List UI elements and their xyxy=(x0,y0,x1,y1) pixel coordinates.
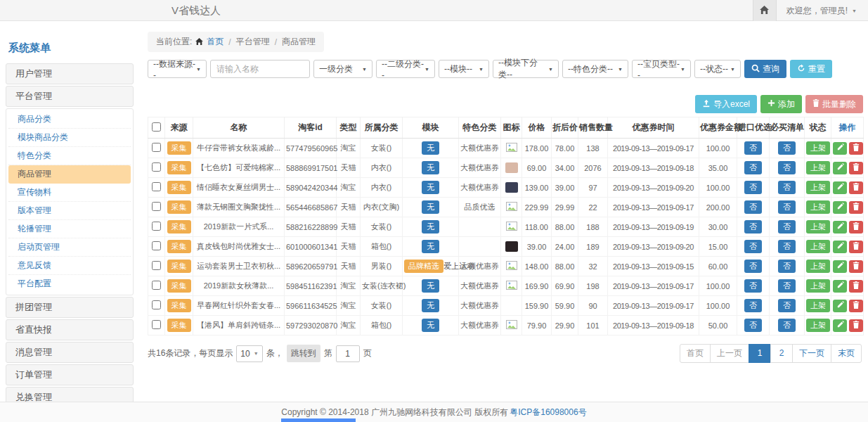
row-checkbox[interactable] xyxy=(152,261,161,270)
breadcrumb-item[interactable]: 平台管理 xyxy=(236,36,270,48)
import-toggle-button[interactable]: 否 xyxy=(744,220,762,234)
status-button[interactable]: 上架 xyxy=(806,161,830,174)
filter-module-sub-select[interactable]: --模块下分类--▼ xyxy=(493,60,559,78)
sidebar-menu-item[interactable]: 意见反馈 xyxy=(8,257,131,275)
import-toggle-button[interactable]: 否 xyxy=(744,260,762,273)
sidebar-menu-item[interactable]: 启动页管理 xyxy=(8,238,131,257)
page-number-input[interactable] xyxy=(336,345,360,362)
must-buy-toggle-button[interactable]: 否 xyxy=(778,220,796,234)
status-button[interactable]: 上架 xyxy=(806,181,830,194)
must-buy-toggle-button[interactable]: 否 xyxy=(778,260,796,273)
row-checkbox[interactable] xyxy=(152,162,161,172)
filter-status-select[interactable]: --状态--▼ xyxy=(694,60,741,78)
row-checkbox[interactable] xyxy=(152,300,161,309)
delete-button[interactable] xyxy=(849,319,863,332)
row-checkbox[interactable] xyxy=(152,281,161,290)
sidebar-menu-item[interactable]: 轮播管理 xyxy=(8,220,131,238)
row-checkbox[interactable] xyxy=(152,182,161,191)
sidebar-menu-item[interactable]: 版本管理 xyxy=(8,202,131,220)
must-buy-toggle-button[interactable]: 否 xyxy=(778,161,796,174)
status-button[interactable]: 上架 xyxy=(806,319,830,332)
delete-button[interactable] xyxy=(849,201,863,214)
sidebar-group-item[interactable]: 省直快报 xyxy=(6,319,134,340)
pager-button[interactable]: 上一页 xyxy=(710,344,749,363)
delete-button[interactable] xyxy=(849,142,863,155)
status-button[interactable]: 上架 xyxy=(806,200,830,214)
edit-button[interactable] xyxy=(833,260,847,273)
must-buy-toggle-button[interactable]: 否 xyxy=(778,200,796,214)
pager-button[interactable]: 1 xyxy=(749,344,771,363)
edit-button[interactable] xyxy=(833,142,847,155)
user-menu[interactable]: 欢迎您，管理员! ▼ xyxy=(777,0,868,21)
edit-button[interactable] xyxy=(833,162,847,174)
delete-button[interactable] xyxy=(849,221,863,234)
status-button[interactable]: 上架 xyxy=(806,279,830,293)
batch-delete-button[interactable]: 批量删除 xyxy=(805,95,863,113)
import-toggle-button[interactable]: 否 xyxy=(744,279,762,293)
sidebar-menu-item[interactable]: 特色分类 xyxy=(8,147,131,165)
must-buy-toggle-button[interactable]: 否 xyxy=(778,319,796,332)
sidebar-group-item[interactable]: 用户管理 xyxy=(6,63,134,84)
must-buy-toggle-button[interactable]: 否 xyxy=(778,299,796,312)
must-buy-toggle-button[interactable]: 否 xyxy=(778,279,796,293)
sidebar-menu-item[interactable]: 平台配置 xyxy=(8,275,131,293)
reset-button[interactable]: 重置 xyxy=(790,60,832,78)
status-button[interactable]: 上架 xyxy=(806,260,830,273)
edit-button[interactable] xyxy=(833,300,847,312)
filter-module-select[interactable]: --模块--▼ xyxy=(439,60,489,78)
pager-button[interactable]: 首页 xyxy=(680,344,711,363)
delete-button[interactable] xyxy=(849,260,863,273)
delete-button[interactable] xyxy=(849,241,863,253)
delete-button[interactable] xyxy=(849,162,863,174)
sidebar-group-item[interactable]: 订单管理 xyxy=(6,364,134,385)
row-checkbox[interactable] xyxy=(152,241,161,250)
filter-cat1-select[interactable]: 一级分类▼ xyxy=(313,60,373,78)
filter-cat2-select[interactable]: --二级分类--▼ xyxy=(376,60,435,78)
filter-source-select[interactable]: --数据来源--▼ xyxy=(148,60,207,78)
import-toggle-button[interactable]: 否 xyxy=(744,319,762,332)
import-toggle-button[interactable]: 否 xyxy=(744,181,762,194)
select-all-checkbox[interactable] xyxy=(152,122,161,132)
status-button[interactable]: 上架 xyxy=(806,240,830,253)
filter-item-type-select[interactable]: --宝贝类型--▼ xyxy=(632,60,691,78)
edit-button[interactable] xyxy=(833,319,847,332)
sidebar-menu-item[interactable]: 模块商品分类 xyxy=(8,129,131,147)
edit-button[interactable] xyxy=(833,241,847,253)
home-button[interactable] xyxy=(753,0,777,21)
delete-button[interactable] xyxy=(849,300,863,312)
pager-button[interactable]: 2 xyxy=(770,344,793,363)
add-button[interactable]: 添加 xyxy=(760,95,802,113)
sidebar-menu-item-active[interactable]: 商品管理 xyxy=(8,165,131,184)
status-button[interactable]: 上架 xyxy=(806,220,830,234)
import-toggle-button[interactable]: 否 xyxy=(744,299,762,312)
product-name-input[interactable] xyxy=(210,60,310,78)
search-button[interactable]: 查询 xyxy=(744,60,786,78)
edit-button[interactable] xyxy=(833,280,847,293)
row-checkbox[interactable] xyxy=(152,143,161,152)
edit-button[interactable] xyxy=(833,181,847,194)
delete-button[interactable] xyxy=(849,280,863,293)
import-toggle-button[interactable]: 否 xyxy=(744,240,762,253)
sidebar-menu-item[interactable]: 宣传物料 xyxy=(8,184,131,202)
import-toggle-button[interactable]: 否 xyxy=(744,141,762,155)
must-buy-toggle-button[interactable]: 否 xyxy=(778,141,796,155)
row-checkbox[interactable] xyxy=(152,320,161,329)
breadcrumb-home-link[interactable]: 首页 xyxy=(207,36,224,48)
horizontal-scrollbar-thumb[interactable] xyxy=(281,418,356,422)
sidebar-group-item[interactable]: 平台管理 xyxy=(6,86,134,107)
sidebar-menu-item[interactable]: 商品分类 xyxy=(8,110,131,129)
edit-button[interactable] xyxy=(833,221,847,234)
icp-link[interactable]: 粤ICP备16098006号 xyxy=(510,407,586,418)
per-page-select[interactable]: 10 ▼ xyxy=(236,345,262,362)
status-button[interactable]: 上架 xyxy=(806,141,830,155)
import-excel-button[interactable]: 导入excel xyxy=(695,95,757,113)
filter-special-select[interactable]: --特色分类--▼ xyxy=(562,60,628,78)
must-buy-toggle-button[interactable]: 否 xyxy=(778,240,796,253)
pager-button[interactable]: 下一页 xyxy=(792,344,831,363)
import-toggle-button[interactable]: 否 xyxy=(744,161,762,174)
status-button[interactable]: 上架 xyxy=(806,299,830,312)
breadcrumb-item[interactable]: 商品管理 xyxy=(282,36,316,48)
sidebar-group-item[interactable]: 消息管理 xyxy=(6,342,134,363)
row-checkbox[interactable] xyxy=(152,202,161,211)
edit-button[interactable] xyxy=(833,201,847,214)
